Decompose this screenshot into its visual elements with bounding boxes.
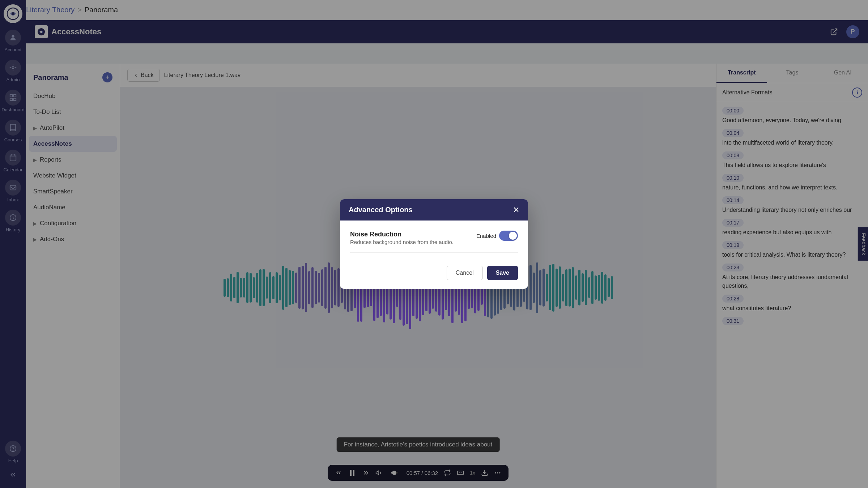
noise-reduction-status: Enabled [476,233,496,239]
modal-header: Advanced Options ✕ [340,199,528,221]
noise-reduction-desc: Reduces background noise from the audio. [350,239,454,245]
noise-reduction-toggle[interactable] [499,231,518,241]
modal-option-noise-reduction: Noise Reduction Reduces background noise… [350,231,518,245]
noise-reduction-label: Noise Reduction [350,231,454,238]
modal-save-btn[interactable]: Save [487,266,518,280]
modal-overlay[interactable]: Advanced Options ✕ Noise Reduction Reduc… [0,0,868,488]
modal-title: Advanced Options [349,206,413,214]
modal-close-btn[interactable]: ✕ [513,206,519,214]
modal-footer: Cancel Save [340,266,528,289]
advanced-options-modal: Advanced Options ✕ Noise Reduction Reduc… [340,199,528,289]
modal-cancel-btn[interactable]: Cancel [447,266,483,280]
modal-body: Noise Reduction Reduces background noise… [340,221,528,266]
